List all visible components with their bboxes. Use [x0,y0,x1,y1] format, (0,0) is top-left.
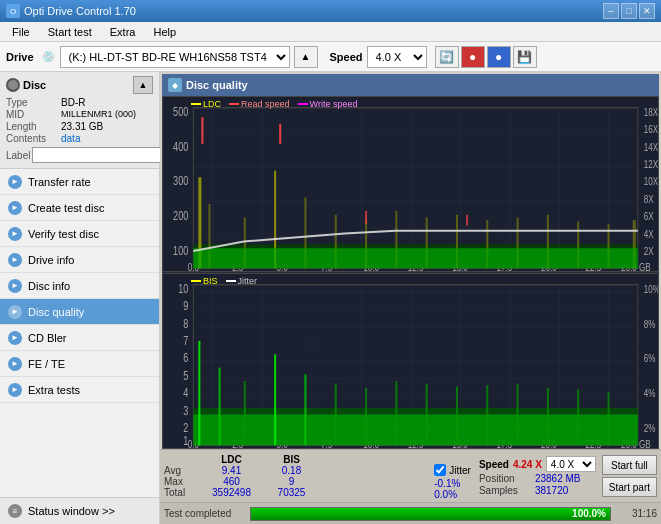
svg-rect-88 [456,386,458,445]
bis-legend-color [191,280,201,282]
sidebar-item-verify-test-disc[interactable]: ► Verify test disc [0,221,159,247]
svg-text:12X: 12X [644,158,658,170]
disc-quality-header: ◆ Disc quality [162,74,659,96]
mid-field-label: MID [6,109,61,120]
minimize-button[interactable]: – [603,3,619,19]
svg-rect-84 [335,384,337,446]
sidebar-item-cd-bler[interactable]: ► CD Bler [0,325,159,351]
svg-rect-0 [193,108,637,269]
speed-label: Speed [330,51,363,63]
svg-rect-90 [517,384,519,446]
svg-text:300: 300 [173,174,188,188]
charts-area: LDC Read speed Write speed [162,96,659,449]
position-label: Position [479,473,531,484]
label-field-label: Label [6,150,30,161]
menu-file[interactable]: File [4,24,38,40]
avg-ldc-value: 9.41 [199,465,264,476]
svg-text:8%: 8% [644,317,656,329]
drive-label: Drive [6,51,34,63]
disc-quality-icon: ► [8,305,22,319]
sidebar-item-transfer-rate[interactable]: ► Transfer rate [0,169,159,195]
start-full-button[interactable]: Start full [602,455,657,475]
svg-text:8X: 8X [644,193,654,205]
progress-bar-container: 100.0% [250,507,611,521]
svg-text:500: 500 [173,104,188,118]
sidebar-item-drive-info[interactable]: ► Drive info [0,247,159,273]
stats-header-spacer [319,454,329,465]
speed-select[interactable]: 4.0 X 2.0 X 6.0 X [367,46,427,68]
position-row: Position 23862 MB [479,473,596,484]
total-label: Total [164,487,199,498]
menu-help[interactable]: Help [145,24,184,40]
disc-eject-button[interactable]: ▲ [133,76,153,94]
chart1-svg: 500 400 300 200 100 18X 16X 14X 12X 10X … [163,97,658,271]
chart2-legend: BIS Jitter [191,276,257,286]
refresh-button[interactable]: 🔄 [435,46,459,68]
status-window-item[interactable]: ≡ Status window >> [0,498,159,524]
start-part-button[interactable]: Start part [602,477,657,497]
legend-ldc: LDC [191,99,221,109]
menu-extra[interactable]: Extra [102,24,144,40]
disc-red-button[interactable]: ● [461,46,485,68]
speed-dropdown[interactable]: 4.0 X [546,456,596,472]
status-window-label: Status window >> [28,505,115,517]
legend-read-speed: Read speed [229,99,290,109]
bis-legend-label: BIS [203,276,218,286]
svg-text:4%: 4% [644,387,656,399]
speed-section: Speed 4.24 X 4.0 X Position 23862 MB Sam… [479,456,596,496]
legend-jitter: Jitter [226,276,258,286]
sidebar-item-label: Transfer rate [28,176,91,188]
sidebar-item-create-test-disc[interactable]: ► Create test disc [0,195,159,221]
samples-value: 381720 [535,485,568,496]
speed-header-label: Speed [479,459,509,470]
menu-start-test[interactable]: Start test [40,24,100,40]
jitter-checkbox[interactable] [434,464,446,476]
drive-icon: 💿 [42,51,54,62]
bottom-stats-area: LDC BIS Avg 9.41 0.18 Max 460 9 [160,449,661,502]
sidebar-item-label: Extra tests [28,384,80,396]
svg-rect-48 [466,215,468,226]
save-button[interactable]: 💾 [513,46,537,68]
chart1: LDC Read speed Write speed [162,96,659,272]
disc-blue-button[interactable]: ● [487,46,511,68]
jitter-checkbox-label: Jitter [449,465,471,476]
sidebar-item-disc-info[interactable]: ► Disc info [0,273,159,299]
svg-text:9: 9 [183,299,188,313]
svg-text:6: 6 [183,351,188,365]
sidebar-item-extra-tests[interactable]: ► Extra tests [0,377,159,403]
disc-length-value: 23.31 GB [61,121,153,132]
sidebar-item-label: Create test disc [28,202,104,214]
create-test-disc-icon: ► [8,201,22,215]
svg-rect-80 [219,368,221,446]
disc-icon [6,78,20,92]
stats-table: LDC BIS Avg 9.41 0.18 Max 460 9 [164,454,434,498]
close-button[interactable]: ✕ [639,3,655,19]
max-bis-value: 9 [264,476,319,487]
svg-text:2X: 2X [644,245,654,257]
chart2-svg: 10 9 8 7 6 5 4 3 2 1 10% 8% 6% 4% 2% [163,274,658,448]
svg-rect-78 [193,415,637,446]
svg-rect-44 [193,248,637,268]
svg-text:10%: 10% [644,283,658,295]
svg-text:2: 2 [183,421,188,435]
jitter-legend-color [226,280,236,282]
disc-info-icon: ► [8,279,22,293]
legend-write-speed: Write speed [298,99,358,109]
speed-display-row: Speed 4.24 X 4.0 X [479,456,596,472]
sidebar-item-disc-quality[interactable]: ► Disc quality [0,299,159,325]
svg-text:5: 5 [183,368,188,382]
stats-max-row: Max 460 9 [164,476,434,487]
label-input[interactable] [32,147,165,163]
drive-eject-button[interactable]: ▲ [294,46,318,68]
drive-select[interactable]: (K:) HL-DT-ST BD-RE WH16NS58 TST4 [60,46,290,68]
speed-display-value: 4.24 X [513,459,542,470]
svg-text:200: 200 [173,209,188,223]
sidebar-item-fe-te[interactable]: ► FE / TE [0,351,159,377]
disc-contents-value: data [61,133,153,144]
total-bis-value: 70325 [264,487,319,498]
svg-rect-93 [607,392,609,446]
svg-text:3: 3 [183,403,188,417]
progress-percent-text: 100.0% [572,508,606,520]
maximize-button[interactable]: □ [621,3,637,19]
svg-rect-91 [547,388,549,446]
